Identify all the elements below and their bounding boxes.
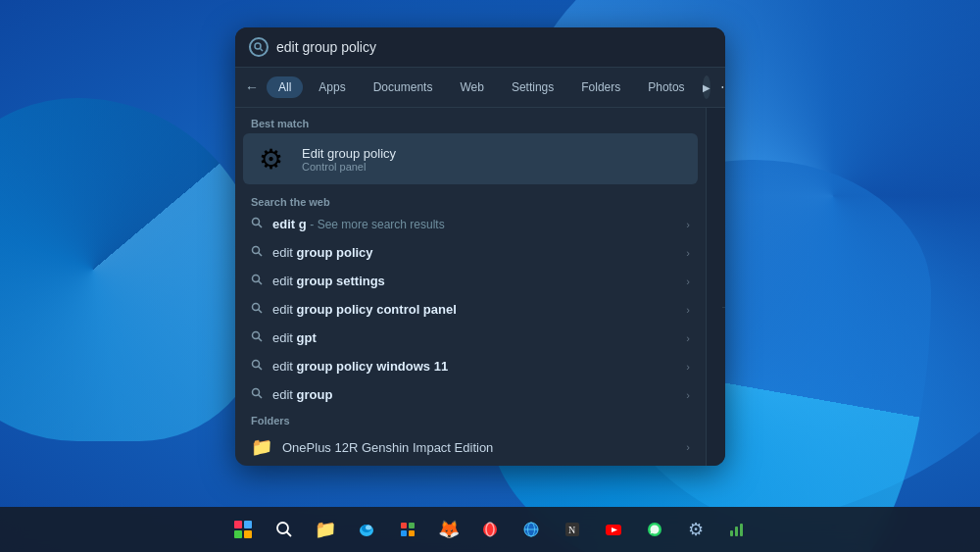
chevron-icon-1: › xyxy=(686,247,690,259)
start-button[interactable] xyxy=(225,512,261,547)
taskbar-edge-button[interactable] xyxy=(349,512,384,547)
svg-point-0 xyxy=(255,43,261,49)
chevron-icon-6: › xyxy=(686,389,690,401)
web-result-text-1: edit group policy xyxy=(272,245,676,260)
web-result-5[interactable]: edit group policy windows 11 › xyxy=(235,352,706,380)
svg-point-12 xyxy=(253,361,260,368)
web-result-text-4: edit gpt xyxy=(272,330,676,345)
svg-rect-35 xyxy=(730,530,733,536)
app-subtitle-right: Control panel xyxy=(722,264,725,291)
web-search-icon-5 xyxy=(251,359,263,374)
folders-section-label: Folders xyxy=(235,409,706,428)
taskbar-search-button[interactable] xyxy=(267,512,302,547)
search-bar xyxy=(235,27,725,68)
web-result-text-2: edit group settings xyxy=(272,274,676,288)
svg-point-2 xyxy=(253,219,260,226)
svg-line-13 xyxy=(259,367,263,371)
more-filters-button[interactable]: ▶ xyxy=(703,75,710,99)
tab-settings[interactable]: Settings xyxy=(500,76,565,98)
open-button-row[interactable]: ↗ Open xyxy=(722,320,725,347)
svg-rect-22 xyxy=(409,523,415,528)
svg-rect-21 xyxy=(401,523,407,528)
taskbar-equalizer-button[interactable] xyxy=(719,512,755,547)
search-panel: ← All Apps Documents Web Settings Folder… xyxy=(235,27,725,466)
overflow-menu-button[interactable]: ⋯ xyxy=(714,77,725,97)
search-input[interactable] xyxy=(276,39,711,55)
search-web-label: Search the web xyxy=(235,188,706,210)
web-result-text-0: edit g - See more search results xyxy=(272,217,676,231)
left-panel: Best match ⚙ Edit group policy Control p… xyxy=(235,108,706,466)
best-match-text: Edit group policy Control panel xyxy=(302,146,396,173)
tab-apps[interactable]: Apps xyxy=(307,76,357,98)
svg-point-20 xyxy=(366,526,371,530)
chevron-icon-3: › xyxy=(686,304,690,316)
taskbar-store-button[interactable] xyxy=(390,512,425,547)
svg-line-17 xyxy=(287,532,292,537)
taskbar-notes-button[interactable]: N xyxy=(555,512,590,547)
web-result-3[interactable]: edit group policy control panel › xyxy=(235,295,706,324)
svg-rect-37 xyxy=(740,524,743,536)
best-match-item[interactable]: ⚙ Edit group policy Control panel xyxy=(243,133,698,184)
tab-all[interactable]: All xyxy=(267,76,303,98)
taskbar-settings-button[interactable]: ⚙ xyxy=(678,512,713,547)
taskbar: 📁 🦊 xyxy=(0,507,980,552)
folder-icon-0: 📁 xyxy=(251,436,272,458)
svg-point-25 xyxy=(483,523,497,536)
folder-name-0: OnePlus 12R Genshin Impact Edition xyxy=(282,440,493,455)
web-search-icon-6 xyxy=(251,387,263,402)
chevron-icon-2: › xyxy=(686,276,690,287)
svg-rect-23 xyxy=(401,530,407,536)
tab-web[interactable]: Web xyxy=(448,76,495,98)
best-match-icon: ⚙ xyxy=(259,143,290,175)
taskbar-youtube-button[interactable] xyxy=(596,512,631,547)
right-panel: ⚙ ✓ Edit group policy Control panel ↗ Op… xyxy=(706,108,725,466)
web-result-text-6: edit group xyxy=(272,387,676,402)
web-search-icon-3 xyxy=(251,302,263,317)
svg-rect-24 xyxy=(409,530,415,536)
tab-folders[interactable]: Folders xyxy=(569,76,632,98)
svg-text:N: N xyxy=(568,525,575,535)
svg-rect-36 xyxy=(735,527,738,536)
svg-point-6 xyxy=(253,276,260,282)
chevron-icon-0: › xyxy=(686,219,690,230)
web-result-6[interactable]: edit group › xyxy=(235,380,706,409)
svg-point-10 xyxy=(253,332,260,339)
taskbar-whatsapp-button[interactable] xyxy=(637,512,672,547)
web-search-icon-1 xyxy=(251,245,263,260)
best-match-subtitle: Control panel xyxy=(302,161,396,173)
taskbar-explorer-button[interactable]: 📁 xyxy=(308,512,343,547)
web-search-icon-4 xyxy=(251,330,263,345)
best-match-title: Edit group policy xyxy=(302,146,396,161)
folder-item-0[interactable]: 📁 OnePlus 12R Genshin Impact Edition › xyxy=(235,428,706,466)
svg-point-4 xyxy=(253,247,260,254)
app-title-right: Edit group policy xyxy=(722,209,725,262)
web-search-icon-0 xyxy=(251,217,263,231)
best-match-label: Best match xyxy=(235,108,706,133)
ribbon-decoration-3 xyxy=(0,98,265,441)
web-search-icon-2 xyxy=(251,274,263,288)
search-content: Best match ⚙ Edit group policy Control p… xyxy=(235,108,725,466)
svg-line-5 xyxy=(259,253,263,257)
web-result-0[interactable]: edit g - See more search results › xyxy=(235,210,706,238)
web-result-text-3: edit group policy control panel xyxy=(272,302,676,317)
taskbar-opera-button[interactable] xyxy=(472,512,508,547)
tab-photos[interactable]: Photos xyxy=(636,76,696,98)
taskbar-firefox-button[interactable]: 🦊 xyxy=(431,512,466,547)
web-result-2[interactable]: edit group settings › xyxy=(235,267,706,295)
chevron-icon-5: › xyxy=(686,361,690,373)
back-button[interactable]: ← xyxy=(245,75,259,99)
svg-point-16 xyxy=(277,523,288,533)
web-result-4[interactable]: edit gpt › xyxy=(235,324,706,352)
web-result-text-5: edit group policy windows 11 xyxy=(272,359,676,374)
windows-logo xyxy=(234,521,252,538)
tab-documents[interactable]: Documents xyxy=(362,76,445,98)
chevron-icon-4: › xyxy=(686,332,690,344)
taskbar-globe-button[interactable] xyxy=(514,512,549,547)
svg-line-3 xyxy=(259,225,263,228)
chevron-folder-0: › xyxy=(686,441,690,453)
filter-tabs-bar: ← All Apps Documents Web Settings Folder… xyxy=(235,68,725,108)
svg-line-9 xyxy=(259,310,263,314)
svg-line-7 xyxy=(259,281,263,285)
svg-line-15 xyxy=(259,395,263,399)
web-result-1[interactable]: edit group policy › xyxy=(235,238,706,267)
